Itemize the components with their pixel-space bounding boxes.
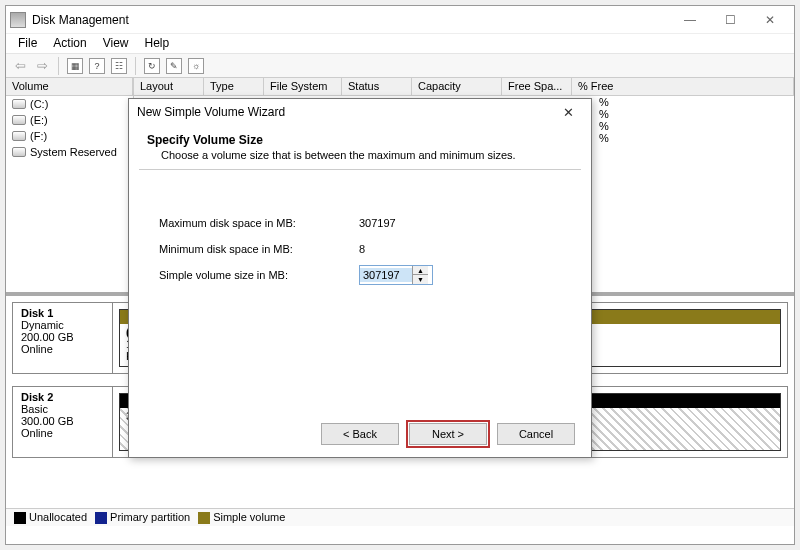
volume-size-input[interactable] bbox=[360, 268, 412, 282]
minimize-button[interactable]: — bbox=[670, 8, 710, 32]
window-title: Disk Management bbox=[32, 13, 129, 27]
settings-icon[interactable]: ☼ bbox=[188, 58, 204, 74]
spinner: ▲ ▼ bbox=[412, 266, 428, 284]
spin-up-icon[interactable]: ▲ bbox=[413, 266, 428, 275]
menu-view[interactable]: View bbox=[97, 36, 135, 51]
dialog-titlebar: New Simple Volume Wizard ✕ bbox=[129, 99, 591, 125]
legend-unalloc: Unallocated bbox=[29, 511, 87, 523]
max-space-row: Maximum disk space in MB: 307197 bbox=[159, 210, 561, 236]
disk-info: Disk 1 Dynamic 200.00 GB Online bbox=[13, 303, 113, 373]
disk-size: 200.00 GB bbox=[21, 331, 74, 343]
min-label: Minimum disk space in MB: bbox=[159, 243, 359, 255]
col-capacity[interactable]: Capacity bbox=[412, 78, 502, 96]
menubar: File Action View Help bbox=[6, 34, 794, 54]
volume-size-spinbox[interactable]: ▲ ▼ bbox=[359, 265, 433, 285]
volume-label: (E:) bbox=[30, 114, 48, 126]
forward-icon[interactable]: ⇨ bbox=[34, 58, 50, 74]
menu-action[interactable]: Action bbox=[47, 36, 92, 51]
drive-icon bbox=[12, 131, 26, 141]
volume-label: (C:) bbox=[30, 98, 48, 110]
dialog-heading: Specify Volume Size Choose a volume size… bbox=[129, 125, 591, 169]
volume-label: System Reserved bbox=[30, 146, 117, 158]
col-freespace[interactable]: Free Spa... bbox=[502, 78, 572, 96]
disk-info: Disk 2 Basic 300.00 GB Online bbox=[13, 387, 113, 457]
max-label: Maximum disk space in MB: bbox=[159, 217, 359, 229]
dialog-close-button[interactable]: ✕ bbox=[553, 105, 583, 120]
legend-primary: Primary partition bbox=[110, 511, 190, 523]
close-button[interactable]: ✕ bbox=[750, 8, 790, 32]
dialog-heading-text: Specify Volume Size bbox=[147, 133, 263, 147]
col-layout[interactable]: Layout bbox=[134, 78, 204, 96]
separator bbox=[58, 57, 59, 75]
detail-view-icon[interactable]: ☷ bbox=[111, 58, 127, 74]
table-view-icon[interactable]: ▦ bbox=[67, 58, 83, 74]
disk-size: 300.00 GB bbox=[21, 415, 74, 427]
col-volume[interactable]: Volume bbox=[6, 78, 133, 96]
volume-size-row: Simple volume size in MB: ▲ ▼ bbox=[159, 262, 561, 288]
volume-label: (F:) bbox=[30, 130, 47, 142]
back-icon[interactable]: ⇦ bbox=[12, 58, 28, 74]
cancel-button[interactable]: Cancel bbox=[497, 423, 575, 445]
drive-icon bbox=[12, 99, 26, 109]
drive-icon bbox=[12, 115, 26, 125]
min-value: 8 bbox=[359, 243, 479, 255]
disk-name: Disk 1 bbox=[21, 307, 53, 319]
app-icon bbox=[10, 12, 26, 28]
dialog-subheading: Choose a volume size that is between the… bbox=[147, 147, 573, 169]
col-status[interactable]: Status bbox=[342, 78, 412, 96]
disk-type: Basic bbox=[21, 403, 48, 415]
maximize-button[interactable]: ☐ bbox=[710, 8, 750, 32]
pct-value: % bbox=[599, 108, 609, 120]
new-simple-volume-wizard: New Simple Volume Wizard ✕ Specify Volum… bbox=[128, 98, 592, 458]
size-label: Simple volume size in MB: bbox=[159, 269, 359, 281]
legend-swatch-primary bbox=[95, 512, 107, 524]
separator bbox=[135, 57, 136, 75]
col-filesystem[interactable]: File System bbox=[264, 78, 342, 96]
pct-value: % bbox=[599, 132, 609, 144]
next-button[interactable]: Next > bbox=[409, 423, 487, 445]
dialog-title: New Simple Volume Wizard bbox=[137, 105, 285, 119]
dialog-body: Maximum disk space in MB: 307197 Minimum… bbox=[129, 170, 591, 328]
pct-value: % bbox=[599, 120, 609, 132]
dialog-buttons: < Back Next > Cancel bbox=[321, 423, 575, 445]
min-space-row: Minimum disk space in MB: 8 bbox=[159, 236, 561, 262]
legend-simple: Simple volume bbox=[213, 511, 285, 523]
disk-status: Online bbox=[21, 427, 53, 439]
titlebar: Disk Management — ☐ ✕ bbox=[6, 6, 794, 34]
volume-row[interactable]: System Reserved bbox=[6, 144, 133, 160]
back-button[interactable]: < Back bbox=[321, 423, 399, 445]
help-icon[interactable]: ? bbox=[89, 58, 105, 74]
volume-row[interactable]: (F:) bbox=[6, 128, 133, 144]
pct-value: % bbox=[599, 96, 609, 108]
menu-file[interactable]: File bbox=[12, 36, 43, 51]
refresh-icon[interactable]: ↻ bbox=[144, 58, 160, 74]
volume-column: Volume (C:) (E:) (F:) System Reserved bbox=[6, 78, 134, 292]
col-type[interactable]: Type bbox=[204, 78, 264, 96]
max-value: 307197 bbox=[359, 217, 479, 229]
disk-status: Online bbox=[21, 343, 53, 355]
disk-type: Dynamic bbox=[21, 319, 64, 331]
menu-help[interactable]: Help bbox=[139, 36, 176, 51]
pct-values: % % % % bbox=[599, 96, 609, 144]
disk-name: Disk 2 bbox=[21, 391, 53, 403]
volume-row[interactable]: (C:) bbox=[6, 96, 133, 112]
toolbar: ⇦ ⇨ ▦ ? ☷ ↻ ✎ ☼ bbox=[6, 54, 794, 78]
drive-icon bbox=[12, 147, 26, 157]
legend-swatch-unalloc bbox=[14, 512, 26, 524]
col-pctfree[interactable]: % Free bbox=[572, 78, 794, 96]
legend: Unallocated Primary partition Simple vol… bbox=[6, 508, 794, 526]
properties-icon[interactable]: ✎ bbox=[166, 58, 182, 74]
legend-swatch-simple bbox=[198, 512, 210, 524]
spin-down-icon[interactable]: ▼ bbox=[413, 275, 428, 284]
volume-row[interactable]: (E:) bbox=[6, 112, 133, 128]
